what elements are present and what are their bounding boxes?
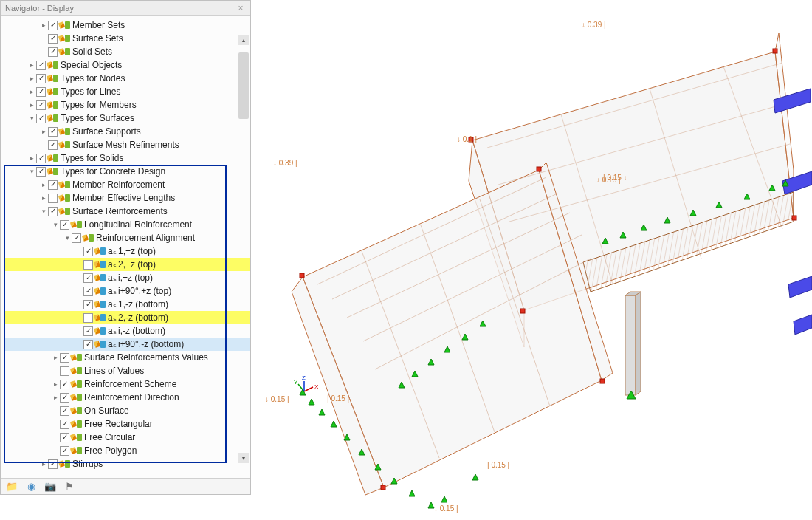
- checkbox[interactable]: [36, 100, 46, 110]
- tree-row[interactable]: ▸Surface Supports: [4, 125, 250, 138]
- chevron-right-icon[interactable]: ▸: [39, 460, 48, 468]
- tree-row[interactable]: aₛ,i+90°,-z (bottom): [4, 338, 250, 351]
- chevron-down-icon[interactable]: ▾: [27, 114, 36, 122]
- chevron-right-icon[interactable]: ▸: [27, 154, 36, 162]
- scroll-down-icon[interactable]: ▾: [238, 453, 249, 463]
- tree-row[interactable]: Lines of Values: [4, 364, 250, 377]
- chevron-right-icon[interactable]: ▸: [27, 75, 36, 82]
- tree-row[interactable]: ▸Types for Nodes: [4, 72, 250, 85]
- scrollbar-thumb[interactable]: [238, 52, 249, 119]
- checkbox[interactable]: [48, 194, 58, 203]
- chevron-right-icon[interactable]: ▸: [39, 128, 48, 135]
- tree-row[interactable]: ▸Types for Solids: [4, 151, 250, 165]
- checkbox[interactable]: [60, 446, 69, 456]
- checkbox[interactable]: [48, 127, 58, 137]
- chevron-down-icon[interactable]: ▾: [63, 234, 72, 242]
- tree-row[interactable]: ▸Stirrups: [4, 457, 250, 471]
- checkbox[interactable]: [60, 420, 69, 429]
- checkbox[interactable]: [36, 61, 46, 70]
- checkbox[interactable]: [83, 287, 93, 296]
- tree-row[interactable]: ▾Longitudinal Reinforcement: [4, 218, 250, 231]
- svg-rect-34: [381, 485, 385, 490]
- checkbox[interactable]: [83, 313, 93, 323]
- chevron-right-icon[interactable]: ▸: [39, 194, 48, 202]
- folder-icon[interactable]: 📁: [5, 481, 18, 493]
- checkbox[interactable]: [36, 74, 46, 83]
- tree-row[interactable]: Free Rectangular: [4, 417, 250, 431]
- tree-row[interactable]: ▸Member Reinforcement: [4, 178, 250, 191]
- checkbox[interactable]: [83, 326, 93, 336]
- chevron-right-icon[interactable]: ▸: [39, 21, 48, 29]
- checkbox[interactable]: [36, 114, 46, 123]
- chevron-right-icon[interactable]: ▸: [51, 394, 60, 401]
- checkbox[interactable]: [48, 140, 58, 150]
- checkbox[interactable]: [72, 233, 81, 243]
- tree-row[interactable]: ▸Types for Lines: [4, 85, 250, 98]
- chevron-right-icon[interactable]: ▸: [51, 354, 60, 361]
- chevron-right-icon[interactable]: ▸: [27, 101, 36, 109]
- eye-icon[interactable]: ◉: [24, 481, 38, 493]
- tree-item-label: Member Reinforcement: [72, 179, 165, 190]
- tree-row[interactable]: ▸Special Objects: [4, 58, 250, 72]
- checkbox[interactable]: [48, 207, 58, 216]
- tree-row[interactable]: Surface Mesh Refinements: [4, 138, 250, 151]
- checkbox[interactable]: [48, 180, 58, 190]
- tree-row[interactable]: ▾Surface Reinforcements: [4, 205, 250, 218]
- tree-row[interactable]: ▸Member Sets: [4, 18, 250, 32]
- checkbox[interactable]: [36, 154, 46, 163]
- tree-row[interactable]: aₛ,1,-z (bottom): [4, 298, 250, 311]
- tree-item-label: Special Objects: [61, 60, 122, 70]
- tree-row[interactable]: aₛ,2,+z (top): [4, 258, 250, 271]
- chevron-right-icon[interactable]: ▸: [39, 181, 48, 188]
- tree-row[interactable]: On Surface: [4, 404, 250, 417]
- chevron-right-icon[interactable]: ▸: [27, 88, 36, 95]
- checkbox[interactable]: [83, 340, 93, 349]
- chevron-right-icon[interactable]: ▸: [51, 380, 60, 388]
- checkbox[interactable]: [83, 300, 93, 309]
- tree-row[interactable]: Free Polygon: [4, 444, 250, 457]
- checkbox[interactable]: [83, 260, 93, 270]
- tree-row[interactable]: ▸Reinforcement Direction: [4, 391, 250, 404]
- viewport-3d[interactable]: X Y Z ↓ 0.39 | ↓ 0.39 | ↓ 0.1 | | 0.15 ↓…: [251, 0, 812, 520]
- tree-row[interactable]: Surface Sets: [4, 32, 250, 45]
- checkbox[interactable]: [36, 167, 46, 177]
- tree-row[interactable]: aₛ,i,+z (top): [4, 271, 250, 284]
- close-icon[interactable]: ×: [235, 3, 246, 13]
- tree-row[interactable]: ▾Types for Concrete Design: [4, 165, 250, 178]
- tree-item-label: Types for Concrete Design: [61, 166, 165, 177]
- camera-icon[interactable]: 📷: [44, 481, 57, 493]
- chevron-down-icon[interactable]: ▾: [27, 168, 36, 175]
- checkbox[interactable]: [60, 220, 69, 230]
- checkbox[interactable]: [48, 47, 58, 57]
- chevron-down-icon[interactable]: ▾: [51, 221, 60, 228]
- checkbox[interactable]: [48, 21, 58, 30]
- checkbox[interactable]: [60, 433, 69, 442]
- tree-row[interactable]: ▸Surface Reinforcements Values: [4, 351, 250, 364]
- tree-row[interactable]: Solid Sets: [4, 45, 250, 58]
- checkbox[interactable]: [36, 87, 46, 97]
- checkbox[interactable]: [83, 247, 93, 256]
- tree-row[interactable]: Free Circular: [4, 431, 250, 444]
- tree-row[interactable]: ▾Types for Surfaces: [4, 112, 250, 125]
- tree-row[interactable]: aₛ,1,+z (top): [4, 244, 250, 258]
- flag-icon[interactable]: ⚑: [63, 481, 76, 493]
- dim-label: | 0.15 |: [327, 394, 349, 403]
- tree-row[interactable]: ▸Member Effective Lengths: [4, 191, 250, 205]
- checkbox[interactable]: [60, 353, 69, 363]
- tree-row[interactable]: aₛ,2,-z (bottom): [4, 311, 250, 324]
- chevron-right-icon[interactable]: ▸: [27, 61, 36, 69]
- checkbox[interactable]: [48, 34, 58, 44]
- tree-row[interactable]: aₛ,i,-z (bottom): [4, 324, 250, 338]
- checkbox[interactable]: [60, 380, 69, 389]
- checkbox[interactable]: [60, 393, 69, 403]
- tree-row[interactable]: ▾Reinforcement Alignment: [4, 231, 250, 244]
- checkbox[interactable]: [60, 406, 69, 416]
- tree-row[interactable]: aₛ,i+90°,+z (top): [4, 284, 250, 298]
- checkbox[interactable]: [83, 273, 93, 283]
- checkbox[interactable]: [60, 366, 69, 376]
- chevron-down-icon[interactable]: ▾: [39, 208, 48, 215]
- checkbox[interactable]: [48, 459, 58, 469]
- tree-row[interactable]: ▸Reinforcement Scheme: [4, 377, 250, 391]
- scroll-up-icon[interactable]: ▴: [238, 35, 249, 45]
- tree-row[interactable]: ▸Types for Members: [4, 98, 250, 112]
